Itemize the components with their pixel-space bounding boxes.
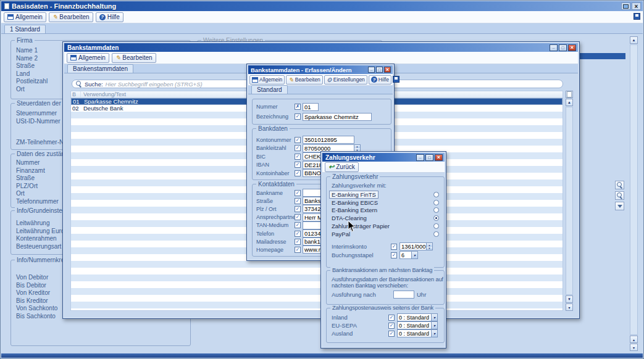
field-input[interactable]: 3501012895 — [303, 136, 354, 144]
option-label: E-Banking EBICS — [332, 199, 378, 206]
main-titlebar[interactable]: Basisdaten - Finanzbuchhaltung — [1, 1, 643, 11]
search-icon[interactable] — [615, 181, 624, 189]
tab-standard[interactable]: Standard — [251, 85, 288, 94]
search-label: Suche: — [85, 81, 103, 88]
scroll-track[interactable] — [566, 107, 573, 295]
field-checkbox[interactable] — [295, 154, 301, 160]
radio-button[interactable] — [433, 207, 439, 213]
field-checkbox[interactable] — [295, 113, 301, 120]
standard-dropdown[interactable]: 0 : Standard — [397, 313, 438, 321]
back-icon — [328, 163, 334, 171]
zahlungsverkehr-group: Zahlungsverkehr Zahlungsverkehr mit: E-B… — [326, 176, 445, 268]
field-checkbox[interactable] — [295, 239, 301, 245]
window-titlebar[interactable]: Bankstammdaten — [64, 43, 578, 52]
einstellungen-button[interactable]: Einstellungen — [324, 75, 367, 85]
group-title: Firma — [15, 37, 35, 44]
scroll-up-icon[interactable]: ▴ — [630, 336, 638, 343]
field-checkbox[interactable] — [295, 231, 301, 237]
field-checkbox[interactable] — [295, 198, 301, 204]
scroll-down-icon[interactable]: ▾ — [630, 344, 638, 351]
radio-button[interactable] — [433, 200, 439, 205]
scroll-down-icon[interactable]: ▼ — [566, 295, 573, 303]
field-checkbox[interactable] — [388, 331, 395, 337]
field-checkbox[interactable] — [391, 252, 397, 258]
tab-standard[interactable]: 1 Standard — [4, 25, 46, 33]
field-checkbox[interactable] — [295, 137, 301, 143]
option-label: Zahlungsträger Papier — [332, 223, 390, 229]
field-checkbox[interactable] — [391, 244, 397, 250]
page-down-icon[interactable]: ▾ — [566, 303, 573, 311]
close-icon[interactable] — [632, 2, 641, 10]
minimize-icon[interactable] — [550, 44, 558, 51]
window-toolbar: Allgemein Bearbeiten Einstellungen Hilfe — [248, 74, 393, 86]
scroll-up-icon[interactable]: ▲ — [630, 36, 638, 44]
dropdown-value: 0 : Standard — [398, 315, 431, 321]
zoom-icon[interactable] — [615, 191, 624, 200]
field-checkbox[interactable] — [295, 222, 301, 228]
bezeichnung-field[interactable]: Sparkasse Chemnitz — [303, 113, 372, 121]
minimize-icon[interactable] — [416, 154, 424, 161]
scroll-up-icon[interactable]: ▲ — [566, 99, 573, 106]
zurueck-button[interactable]: Zurück — [325, 162, 359, 172]
layout-button[interactable] — [634, 13, 640, 21]
nummer-field[interactable]: 01 — [303, 103, 319, 111]
interimskonto-field[interactable]: 1361/000 — [399, 242, 427, 250]
field-checkbox[interactable] — [295, 190, 301, 196]
buchungsstapel-dropdown[interactable]: 6 — [399, 251, 418, 259]
allgemein-button[interactable]: Allgemein — [249, 75, 285, 85]
radio-button[interactable] — [433, 215, 439, 221]
field-checkbox[interactable] — [388, 315, 395, 321]
uhr-label: Uhr — [417, 291, 426, 298]
bearbeiten-button[interactable]: Bearbeiten — [49, 12, 93, 22]
field-checkbox[interactable] — [295, 162, 301, 168]
close-icon[interactable] — [568, 44, 576, 51]
radio-button[interactable] — [433, 231, 439, 237]
field-checkbox[interactable] — [295, 247, 301, 253]
scroll-track[interactable] — [630, 44, 638, 335]
bearbeiten-button[interactable]: Bearbeiten — [112, 53, 156, 63]
tab-bankenstammdaten[interactable]: Bankenstammdaten — [67, 64, 133, 73]
field-checkbox[interactable] — [295, 206, 301, 212]
field-checkbox[interactable] — [295, 145, 301, 151]
window-icon — [7, 14, 14, 20]
table-scrollbar[interactable]: ▲ ▼ ▾ — [566, 91, 573, 311]
help-icon — [371, 76, 377, 83]
search-icon — [76, 81, 82, 87]
allgemein-button[interactable]: Allgemein — [67, 53, 109, 63]
bearbeiten-button[interactable]: Bearbeiten — [286, 75, 323, 85]
save-button[interactable] — [393, 76, 399, 84]
group-title: Bankdaten — [256, 125, 290, 132]
hilfe-button[interactable]: Hilfe — [96, 12, 123, 22]
field-label: Ausland — [332, 330, 388, 337]
window-titlebar[interactable]: Zahlungsverkehr — [322, 153, 445, 162]
side-icon-column — [615, 181, 624, 210]
hilfe-button[interactable]: Hilfe — [369, 75, 391, 85]
monitor-icon[interactable] — [621, 2, 630, 10]
field-checkbox[interactable] — [295, 214, 301, 220]
field-checkbox[interactable] — [295, 104, 301, 110]
field-label: Telefon — [256, 231, 295, 237]
maximize-icon[interactable] — [559, 44, 567, 51]
window-titlebar[interactable]: Bankstammdaten - Erfassen/Ändern — [248, 65, 393, 74]
allgemein-button[interactable]: Allgemein — [4, 12, 46, 22]
standard-dropdown[interactable]: 0 : Standard — [397, 329, 438, 337]
main-scrollbar[interactable]: ▲ ▴ ▾ — [630, 36, 638, 351]
new-page-icon[interactable] — [566, 91, 573, 98]
ausfuehrung-field[interactable] — [393, 291, 414, 299]
close-icon[interactable] — [384, 67, 391, 73]
maximize-icon[interactable] — [376, 67, 383, 73]
radio-button[interactable] — [433, 223, 439, 229]
standard-dropdown[interactable]: 0 : Standard — [397, 321, 438, 329]
filter-icon[interactable] — [615, 202, 624, 210]
maximize-icon[interactable] — [425, 154, 433, 161]
field-checkbox[interactable] — [388, 323, 395, 329]
minimize-icon[interactable] — [368, 67, 375, 73]
column-header[interactable]: B — [71, 91, 81, 97]
spinner[interactable] — [427, 242, 433, 250]
group-title: Zahlungsverkehr — [330, 173, 380, 180]
field-checkbox[interactable] — [295, 170, 301, 176]
chevron-down-icon — [431, 330, 437, 337]
window-title: Bankstammdaten — [67, 44, 119, 51]
radio-button[interactable] — [433, 192, 439, 197]
close-icon[interactable] — [435, 154, 443, 161]
